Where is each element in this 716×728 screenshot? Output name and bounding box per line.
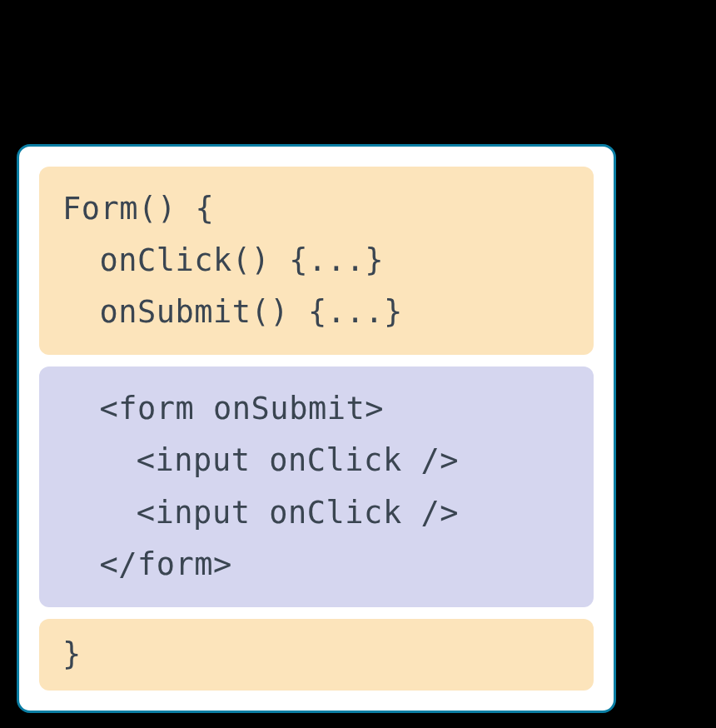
code-line-input-2: <input onClick /> (62, 487, 570, 539)
component-diagram: Form() { onClick() {...} onSubmit() {...… (17, 144, 616, 713)
component-close-block: } (39, 619, 594, 691)
code-line-onclick: onClick() {...} (62, 235, 570, 287)
code-line-form-tag-close: </form> (62, 539, 570, 591)
code-line-form-open: Form() { (62, 183, 570, 235)
code-line-onsubmit: onSubmit() {...} (62, 287, 570, 338)
component-logic-block: Form() { onClick() {...} onSubmit() {...… (39, 167, 594, 355)
code-line-input-1: <input onClick /> (62, 435, 570, 486)
code-line-close-brace: } (62, 629, 570, 681)
code-line-form-tag-open: <form onSubmit> (62, 383, 570, 435)
component-jsx-block: <form onSubmit> <input onClick /> <input… (39, 366, 594, 607)
